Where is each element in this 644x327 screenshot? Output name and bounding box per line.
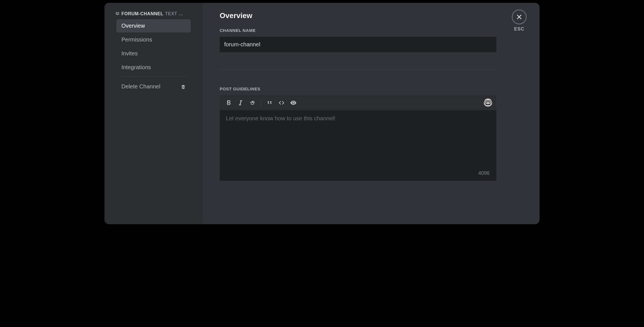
close-button[interactable]: ESC <box>512 10 527 32</box>
post-guidelines-label: POST GUIDELINES <box>220 86 523 91</box>
sidebar-divider <box>120 77 187 77</box>
settings-window: FORUM-CHANNEL TEXT … Overview Permission… <box>104 3 540 224</box>
emoji-picker-button[interactable]: 🤓 <box>483 98 493 107</box>
forum-icon <box>115 12 120 16</box>
esc-label: ESC <box>514 27 524 32</box>
strikethrough-icon <box>249 99 256 106</box>
guidelines-placeholder: Let everyone know how to use this channe… <box>226 115 335 121</box>
sidebar-items: Overview Permissions Invites Integration… <box>110 19 197 93</box>
channel-name-label: CHANNEL NAME <box>220 28 523 33</box>
sidebar-item-label: Permissions <box>121 36 152 43</box>
emoji-icon: 🤓 <box>483 98 493 107</box>
quote-icon <box>266 99 273 106</box>
guidelines-editor: 🤓 Let everyone know how to use this chan… <box>220 95 496 181</box>
toolbar-divider <box>261 99 261 106</box>
sidebar-item-permissions[interactable]: Permissions <box>116 33 191 46</box>
code-icon <box>278 99 285 106</box>
close-circle <box>512 10 527 24</box>
sidebar-item-label: Overview <box>121 23 145 29</box>
quote-button[interactable] <box>264 99 275 107</box>
sidebar-item-label: Delete Channel <box>121 83 160 90</box>
page-title: Overview <box>220 11 523 20</box>
trash-icon <box>181 84 186 89</box>
sidebar-channel-name: FORUM-CHANNEL <box>121 11 163 16</box>
sidebar-item-delete-channel[interactable]: Delete Channel <box>116 80 191 93</box>
strikethrough-button[interactable] <box>247 99 258 107</box>
editor-toolbar: 🤓 <box>220 95 496 110</box>
italic-icon <box>237 99 244 106</box>
main-content: Overview CHANNEL NAME POST GUIDELINES <box>203 3 540 224</box>
char-count: 4096 <box>478 170 490 176</box>
sidebar-header: FORUM-CHANNEL TEXT … <box>110 11 197 16</box>
sidebar-channel-type: TEXT … <box>165 11 183 16</box>
section-divider <box>220 69 496 69</box>
sidebar-item-invites[interactable]: Invites <box>116 47 191 60</box>
spoiler-button[interactable] <box>288 99 299 107</box>
bold-icon <box>225 99 232 106</box>
channel-name-input[interactable] <box>220 37 496 52</box>
sidebar-item-label: Integrations <box>121 64 151 70</box>
eye-icon <box>290 99 297 106</box>
code-button[interactable] <box>276 99 287 107</box>
close-icon <box>516 14 522 20</box>
sidebar: FORUM-CHANNEL TEXT … Overview Permission… <box>104 3 203 224</box>
sidebar-item-overview[interactable]: Overview <box>116 19 191 32</box>
bold-button[interactable] <box>223 99 234 107</box>
sidebar-item-integrations[interactable]: Integrations <box>116 61 191 74</box>
guidelines-textarea[interactable]: Let everyone know how to use this channe… <box>220 110 496 181</box>
sidebar-item-label: Invites <box>121 50 138 56</box>
italic-button[interactable] <box>235 99 246 107</box>
